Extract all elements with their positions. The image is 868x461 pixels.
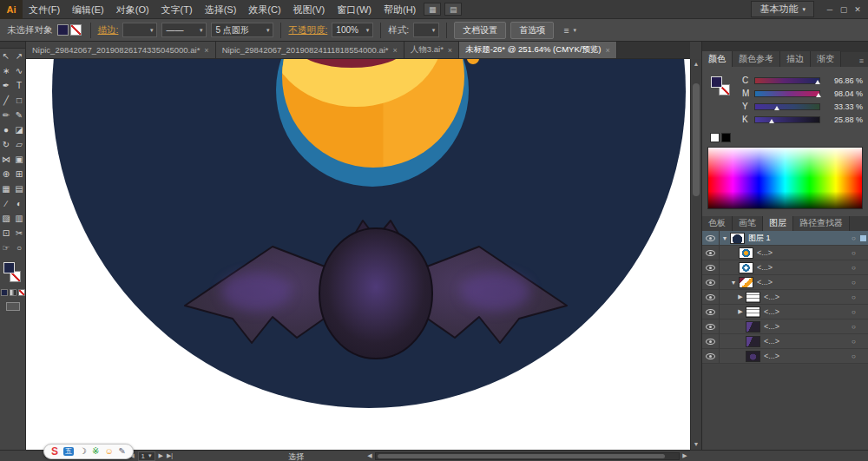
- white-swatch[interactable]: [710, 133, 720, 142]
- menu-window[interactable]: 窗口(W): [331, 0, 378, 19]
- color-spectrum[interactable]: [707, 147, 863, 209]
- magenta-slider[interactable]: [754, 90, 820, 97]
- target-icon[interactable]: ○: [847, 352, 860, 360]
- visibility-toggle[interactable]: [702, 305, 720, 319]
- menu-edit[interactable]: 编辑(E): [66, 0, 110, 19]
- opacity-link[interactable]: 不透明度:: [288, 24, 327, 36]
- document-tab[interactable]: Nipic_29842067_20190824111818554000.ai* …: [216, 42, 404, 58]
- panel-menu-icon[interactable]: ≡: [859, 56, 868, 67]
- screen-mode-menu-icon[interactable]: ▤: [444, 3, 462, 16]
- layer-name[interactable]: <...>: [757, 263, 847, 272]
- arrange-documents-icon[interactable]: ▦: [424, 3, 441, 16]
- vertical-scroll-thumb[interactable]: [693, 83, 700, 196]
- document-tab-active[interactable]: 未标题-26* @ 251.64% (CMYK/预览) ×: [459, 42, 617, 58]
- layer-name[interactable]: <...>: [764, 322, 847, 331]
- black-value[interactable]: 25.88 %: [825, 115, 863, 124]
- half-width-icon[interactable]: ☽: [79, 447, 87, 456]
- slice-tool[interactable]: ✂: [13, 226, 26, 240]
- layer-row[interactable]: <...> ○: [702, 260, 868, 275]
- fill-swatch-icon[interactable]: [711, 76, 722, 88]
- layer-name[interactable]: <...>: [764, 293, 847, 301]
- target-icon[interactable]: ○: [847, 249, 860, 257]
- layer-row[interactable]: ▶ <...> ○: [702, 290, 868, 305]
- visibility-toggle[interactable]: [702, 319, 720, 333]
- column-graph-tool[interactable]: ▥: [13, 211, 26, 226]
- minimize-button[interactable]: ─: [823, 5, 837, 14]
- scroll-right-icon[interactable]: ▶: [680, 452, 690, 459]
- slider-marker[interactable]: [774, 106, 779, 110]
- layer-name[interactable]: <...>: [764, 337, 847, 346]
- menu-effect[interactable]: 效果(C): [242, 0, 286, 19]
- rotate-tool[interactable]: ↻: [0, 137, 13, 152]
- menu-file[interactable]: 文件(F): [23, 0, 66, 19]
- close-icon[interactable]: ×: [606, 46, 610, 55]
- last-artboard-icon[interactable]: ▶|: [167, 452, 173, 459]
- type-tool[interactable]: T: [13, 78, 26, 93]
- ime-toolbox-icon[interactable]: ✎: [119, 447, 126, 456]
- horizontal-scroll-track[interactable]: [375, 452, 680, 460]
- width-tool[interactable]: ⋈: [0, 152, 13, 167]
- expand-icon[interactable]: ▼: [728, 280, 739, 286]
- brush-definition-select[interactable]: 5 点圆形 ▾: [211, 23, 273, 37]
- eyedropper-tool[interactable]: ∕: [0, 196, 13, 211]
- visibility-toggle[interactable]: [702, 246, 720, 260]
- horizontal-scrollbar[interactable]: ◀ ▶: [365, 451, 690, 460]
- zoom-tool[interactable]: ○: [13, 240, 26, 255]
- blob-brush-tool[interactable]: ●: [0, 122, 13, 137]
- input-mode-icon[interactable]: 五: [63, 447, 74, 456]
- layer-name[interactable]: 图层 1: [748, 233, 847, 244]
- scroll-down-icon[interactable]: ▼: [691, 439, 701, 450]
- pencil-tool[interactable]: ✎: [13, 108, 26, 122]
- layer-thumbnail[interactable]: [746, 292, 760, 303]
- emoji-icon[interactable]: ☺: [104, 447, 113, 456]
- document-tab[interactable]: Nipic_29842067_20190826174335045000.ai* …: [26, 42, 216, 58]
- layer-row[interactable]: ▼ <...> ○: [702, 275, 868, 290]
- layer-thumbnail[interactable]: [730, 233, 745, 244]
- layer-thumbnail[interactable]: [746, 306, 760, 318]
- fill-swatch-icon[interactable]: [3, 262, 15, 273]
- pen-tool[interactable]: ✒: [0, 78, 13, 93]
- expand-icon[interactable]: ▼: [720, 235, 730, 241]
- horizontal-scroll-thumb[interactable]: [378, 454, 665, 458]
- visibility-toggle[interactable]: [702, 290, 720, 304]
- slider-marker[interactable]: [815, 80, 820, 84]
- bat-body-shape[interactable]: [319, 228, 432, 359]
- tab-color[interactable]: 颜色: [702, 51, 733, 67]
- align-menu-icon[interactable]: ≡: [563, 25, 569, 36]
- target-icon[interactable]: ○: [847, 338, 860, 346]
- yellow-slider[interactable]: [754, 103, 820, 110]
- style-select[interactable]: ▾: [413, 23, 439, 37]
- perspective-grid-tool[interactable]: ⊞: [13, 167, 26, 181]
- visibility-toggle[interactable]: [702, 260, 720, 274]
- menu-type[interactable]: 文字(T): [155, 0, 199, 19]
- menu-select[interactable]: 选择(S): [199, 0, 243, 19]
- expand-icon[interactable]: ▶: [735, 293, 746, 300]
- workspace-switcher[interactable]: 基本功能 ▾: [751, 1, 814, 17]
- visibility-toggle[interactable]: [702, 275, 720, 289]
- layer-row[interactable]: <...> ○: [702, 319, 868, 334]
- punctuation-icon[interactable]: ※: [92, 447, 99, 456]
- close-button[interactable]: ✕: [851, 5, 865, 14]
- opacity-select[interactable]: 100% ▾: [332, 23, 373, 37]
- stroke-panel-link[interactable]: 描边:: [98, 24, 119, 36]
- target-icon[interactable]: ○: [847, 293, 860, 301]
- magic-wand-tool[interactable]: ∗: [0, 63, 13, 78]
- magenta-value[interactable]: 98.04 %: [825, 89, 863, 98]
- visibility-toggle[interactable]: [702, 349, 720, 363]
- restore-button[interactable]: ▢: [837, 5, 851, 14]
- none-swatch-icon[interactable]: [18, 289, 25, 296]
- visibility-toggle[interactable]: [702, 231, 720, 245]
- hand-tool[interactable]: ☞: [0, 240, 13, 255]
- gradient-tool[interactable]: ▤: [13, 181, 26, 196]
- bat-creature-artwork[interactable]: [26, 59, 690, 450]
- next-artboard-icon[interactable]: ▶: [159, 452, 163, 459]
- black-swatch[interactable]: [721, 133, 731, 142]
- layer-thumbnail[interactable]: [746, 336, 760, 347]
- eraser-tool[interactable]: ◪: [13, 122, 26, 137]
- layer-name[interactable]: <...>: [757, 248, 847, 257]
- layer-row[interactable]: ▶ <...> ○: [702, 305, 868, 319]
- layer-row[interactable]: ▼ 图层 1 ○: [702, 231, 868, 246]
- close-icon[interactable]: ×: [393, 46, 398, 55]
- artboard-number-select[interactable]: 1 ▾: [138, 451, 155, 461]
- vertical-scrollbar[interactable]: ▲ ▼: [690, 59, 701, 450]
